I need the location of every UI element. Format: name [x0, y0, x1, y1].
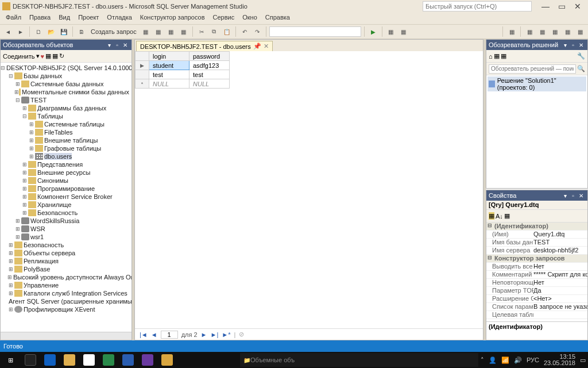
prop-az-icon[interactable]: A↓ [496, 213, 503, 220]
pager-first-icon[interactable]: |◄ [140, 331, 148, 338]
oe-btn-b[interactable]: ▦ [52, 52, 58, 60]
config-combo[interactable] [269, 26, 361, 37]
menu-service[interactable]: Сервис [210, 13, 238, 24]
menu-debug[interactable]: Отладка [103, 13, 135, 24]
col-password[interactable]: password [189, 52, 230, 61]
nav-fwd-icon[interactable]: ► [15, 26, 26, 37]
menu-help[interactable]: Справка [262, 13, 293, 24]
tb-j[interactable]: ▦ [562, 26, 573, 37]
se-home-icon[interactable]: ⌂ [489, 53, 493, 60]
new-query-icon[interactable]: 🗎 [76, 26, 87, 37]
create-query-button[interactable]: Создать запрос [88, 28, 139, 35]
pager-next-icon[interactable]: ► [201, 331, 207, 338]
panel-menu-icon[interactable]: ▾ [105, 42, 113, 48]
pager-new-icon[interactable]: ►* [222, 331, 230, 338]
paste-icon[interactable]: 📋 [221, 26, 233, 37]
menubar: Файл Правка Вид Проект Отладка Конструкт… [0, 13, 588, 24]
play-icon[interactable]: ▶ [368, 26, 379, 37]
se-menu-icon[interactable]: ▾ [561, 42, 569, 48]
prop-menu-icon[interactable]: ▾ [561, 193, 569, 199]
refresh-icon[interactable]: ↻ [59, 52, 64, 60]
copy-icon[interactable]: ⧉ [208, 26, 220, 37]
tb-a[interactable]: ▦ [140, 26, 152, 37]
se-btn-b[interactable]: ▦ [501, 52, 506, 60]
cut-icon[interactable]: ✂ [196, 26, 207, 37]
tb-k[interactable]: ▦ [574, 26, 586, 37]
tray-people-icon[interactable]: 👤 [489, 356, 497, 364]
object-tree[interactable]: ⊟DESKTOP-NBH5JF2 (SQL Server 14.0.1000.1… [1, 63, 131, 332]
taskbar-explorer-icon[interactable] [60, 353, 79, 367]
properties-grid[interactable]: (Идентификатор) (Имя)Query1.dtq Имя базы… [486, 223, 587, 340]
menu-project[interactable]: Проект [75, 13, 102, 24]
grid-icon[interactable]: ▦ [506, 26, 517, 37]
doc-tab[interactable]: DESKTOP-NBH5JF2.TEST - dbo.users 📌 ✕ [136, 41, 273, 51]
oe-btn-a[interactable]: ▦ [45, 52, 51, 60]
taskbar-ssms-icon[interactable] [158, 353, 176, 367]
properties-object-name[interactable]: [Qry] Query1.dtq [486, 201, 587, 210]
tb-g[interactable]: ▦ [524, 26, 535, 37]
tray-volume-icon[interactable]: 🔊 [514, 356, 522, 364]
connect-dropdown-icon[interactable]: ▾ [36, 52, 40, 60]
search-icon[interactable]: 🔍 [577, 65, 585, 72]
tb-i[interactable]: ▦ [549, 26, 560, 37]
pager-cancel-icon[interactable]: ⊘ [239, 331, 244, 338]
filter-icon[interactable]: ♥ [41, 53, 45, 60]
prop-pin-icon[interactable]: ▫ [569, 193, 577, 199]
se-wrench-icon[interactable]: 🔧 [577, 52, 585, 60]
menu-query-designer[interactable]: Конструктор запросов [137, 13, 208, 24]
doc-tab-close-icon[interactable]: ✕ [264, 43, 269, 50]
col-login[interactable]: login [149, 52, 189, 61]
menu-edit[interactable]: Правка [26, 13, 54, 24]
panel-pin-icon[interactable]: ▫ [113, 42, 121, 48]
taskbar-vs-icon[interactable] [138, 353, 157, 367]
tb-e[interactable]: ▦ [385, 26, 397, 37]
panel-close-icon[interactable]: ✕ [121, 42, 129, 48]
undo-icon[interactable]: ↶ [239, 26, 250, 37]
tb-c[interactable]: ▦ [165, 26, 177, 37]
tray-network-icon[interactable]: 📶 [501, 356, 509, 364]
tree-hscroll[interactable] [1, 332, 131, 340]
tb-d[interactable]: ▦ [178, 26, 189, 37]
taskbar-running[interactable]: 📁 Объемные объ [240, 353, 478, 367]
open-icon[interactable]: 📂 [45, 26, 57, 37]
solution-search-input[interactable] [489, 64, 576, 74]
tray-lang[interactable]: РУС [527, 356, 539, 363]
se-close-icon[interactable]: ✕ [577, 42, 585, 48]
pager-prev-icon[interactable]: ◄ [151, 331, 157, 338]
taskbar-yandex-icon[interactable] [80, 353, 98, 367]
menu-file[interactable]: Файл [2, 13, 25, 24]
pager-last-icon[interactable]: ►| [211, 331, 219, 338]
taskbar-word-icon[interactable] [119, 353, 137, 367]
tray-up-icon[interactable]: ˄ [481, 356, 484, 364]
nav-back-icon[interactable]: ◄ [2, 26, 14, 37]
menu-window[interactable]: Окно [239, 13, 261, 24]
taskbar-edge-icon[interactable] [41, 353, 59, 367]
taskbar-teams-icon[interactable] [99, 353, 118, 367]
se-btn-a[interactable]: ▦ [494, 52, 500, 60]
pager-current[interactable] [161, 331, 178, 339]
save-icon[interactable]: 💾 [58, 26, 69, 37]
tb-f[interactable]: ▦ [398, 26, 409, 37]
se-pin-icon[interactable]: ▫ [569, 42, 577, 48]
tray-clock[interactable]: 13:15 23.05.2018 [544, 354, 575, 366]
redo-icon[interactable]: ↷ [252, 26, 263, 37]
prop-btn-a[interactable]: ▦ [504, 212, 510, 220]
data-grid[interactable]: login password ▶ student asdfg123 test t… [135, 51, 230, 89]
close-button[interactable]: ✕ [570, 2, 586, 11]
quick-launch-input[interactable] [423, 1, 532, 12]
tray-notifications-icon[interactable]: ▭ [580, 356, 586, 364]
tb-b[interactable]: ▦ [153, 26, 164, 37]
system-tray[interactable]: ˄ 👤 📶 🔊 РУС 13:15 23.05.2018 ▭ [478, 354, 588, 366]
connect-button[interactable]: Соединить [3, 53, 35, 60]
prop-close-icon[interactable]: ✕ [577, 193, 585, 199]
menu-view[interactable]: Вид [55, 13, 74, 24]
taskview-icon[interactable] [21, 353, 40, 367]
minimize-button[interactable]: — [537, 2, 554, 11]
tb-h[interactable]: ▦ [536, 26, 548, 37]
solution-item[interactable]: Решение "Solution1" (проектов: 0) [488, 76, 586, 91]
maximize-button[interactable]: ▭ [554, 2, 570, 11]
doc-tab-pin-icon[interactable]: 📌 [253, 43, 261, 50]
prop-cat-icon[interactable]: ▦ [489, 212, 494, 220]
new-icon[interactable]: 🗋 [33, 26, 44, 37]
start-button[interactable]: ⊞ [0, 352, 21, 368]
